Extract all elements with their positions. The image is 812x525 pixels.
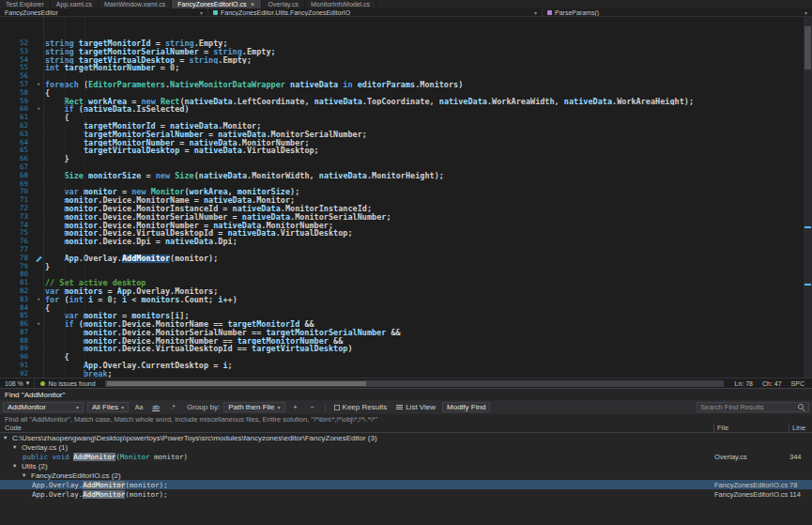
project-dropdown[interactable]: FancyZonesEditor — [0, 8, 208, 16]
match-case-button[interactable]: Aa — [132, 402, 146, 412]
code-line[interactable]: 57▾foreach (EditorParameters.NativeMonit… — [0, 81, 812, 89]
tab-fancyzoneseditorio-cs[interactable]: FancyZonesEditorIO.cs — [172, 0, 262, 8]
zoom-control[interactable]: 108 % — [0, 378, 35, 388]
find-result-group-row[interactable]: ▾Overlay.cs (1) — [0, 442, 812, 452]
find-result-group-row[interactable]: ▾C:\Users\zhaopengwang\Desktop\powertoys… — [0, 433, 812, 442]
code-line[interactable]: 56 — [0, 72, 812, 81]
keep-results-toggle[interactable]: Keep Results — [331, 402, 391, 412]
find-query-input[interactable] — [8, 403, 73, 411]
code-token: NativeMonitorDataWrapper — [170, 81, 285, 89]
tab-test-explorer[interactable]: Test Explorer — [0, 0, 51, 8]
code-token — [45, 172, 64, 180]
code-line[interactable]: 90 { — [0, 353, 812, 362]
code-token: App — [64, 255, 78, 263]
column-header-line[interactable]: Line — [789, 424, 812, 432]
collapse-all-button[interactable]: − — [306, 402, 319, 412]
code-token: = — [175, 139, 189, 147]
group-by-combo[interactable]: Path then File — [223, 402, 284, 412]
code-line[interactable]: 80 — [0, 270, 812, 279]
code-line[interactable]: 72 monitor.Device.MonitorInstanceId = na… — [0, 205, 812, 213]
expand-arrow-icon[interactable]: ▾ — [23, 471, 31, 479]
code-line[interactable]: 82var monitors = App.Overlay.Monitors; — [0, 287, 812, 296]
code-line[interactable]: 92 break; — [0, 370, 812, 378]
code-line[interactable]: 53string targetMonitorSerialNumber = str… — [0, 48, 812, 56]
expand-arrow-icon[interactable]: ▾ — [13, 462, 22, 470]
code-line[interactable]: 76 monitor.Device.Dpi = nativeData.Dpi; — [0, 238, 812, 246]
find-panel-title-bar[interactable]: Find "AddMonitor" — [0, 389, 812, 400]
code-line[interactable]: 61 { — [0, 114, 812, 122]
modify-find-button[interactable]: Modify Find — [442, 402, 490, 412]
tab-app-xaml-cs[interactable]: App.xaml.cs — [51, 0, 99, 8]
scrollbar-thumb[interactable] — [107, 381, 367, 386]
search-find-results-input[interactable] — [700, 403, 795, 411]
scope-combo[interactable]: All Files — [87, 402, 129, 412]
code-line[interactable]: 60▾ if (nativeData.IsSelected) — [0, 105, 812, 114]
code-line[interactable]: 74 monitor.Device.MonitorNumber = native… — [0, 222, 812, 230]
type-dropdown[interactable]: FancyZonesEditor.Utils.FancyZonesEditorI… — [208, 8, 543, 16]
code-line[interactable]: 67 — [0, 163, 812, 172]
expand-arrow-icon[interactable]: ▾ — [13, 443, 22, 451]
code-line[interactable]: 70 var monitor = new Monitor(workArea, m… — [0, 188, 812, 196]
code-line[interactable]: 84{ — [0, 304, 812, 313]
editor-vertical-scrollbar[interactable] — [804, 17, 812, 378]
code-line[interactable]: 55int targetMonitorNumber = 0; — [0, 64, 812, 72]
use-regex-button[interactable]: .* — [166, 402, 179, 412]
code-line[interactable]: 59 Rect workArea = new Rect(nativeData.L… — [0, 98, 812, 106]
code-token: Monitor — [151, 188, 185, 196]
code-lines[interactable]: 52string targetMonitorId = string.Empty;… — [0, 17, 812, 378]
code-line[interactable]: 86▾ if (monitor.Device.MonitorName == ta… — [0, 320, 812, 329]
code-line[interactable]: 54string targetVirtualDesktop = string.E… — [0, 56, 812, 65]
code-line[interactable]: 75 monitor.Device.VirtualDesktopId = nat… — [0, 229, 812, 238]
tab-mainwindow-xaml-cs[interactable]: MainWindow.xaml.cs — [99, 0, 172, 8]
expand-all-button[interactable]: + — [289, 402, 302, 412]
code-line[interactable]: 71 monitor.Device.MonitorName = nativeDa… — [0, 196, 812, 205]
whole-word-icon: ab — [152, 404, 160, 410]
code-line[interactable]: 81// Set active desktop — [0, 279, 812, 287]
code-token: string — [190, 56, 219, 65]
code-line[interactable]: 69 — [0, 180, 812, 189]
expand-arrow-icon[interactable]: ▾ — [4, 434, 12, 441]
scrollbar-thumb[interactable] — [804, 26, 811, 69]
code-token: = — [151, 39, 165, 48]
code-line[interactable]: 58{ — [0, 89, 812, 98]
editor-horizontal-scrollbar[interactable] — [105, 380, 724, 387]
match-whole-word-button[interactable]: ab — [149, 402, 162, 412]
find-result-group-row[interactable]: ▾FancyZonesEditorIO.cs (2) — [0, 471, 812, 480]
code-line[interactable]: 63 targetMonitorSerialNumber = nativeDat… — [0, 131, 812, 139]
code-line[interactable]: 77 — [0, 246, 812, 255]
find-query-combo[interactable] — [3, 402, 84, 412]
result-line: 344 — [789, 453, 812, 461]
find-result-row[interactable]: App.Overlay.AddMonitor(monitor);FancyZon… — [0, 489, 812, 499]
close-icon[interactable] — [249, 1, 255, 8]
code-line[interactable]: 78 App.Overlay.AddMonitor(monitor); — [0, 255, 812, 263]
code-line[interactable]: 87 monitor.Device.MonitorSerialNumber ==… — [0, 329, 812, 337]
column-header-file[interactable]: File — [714, 424, 789, 432]
find-result-row[interactable]: App.Overlay.AddMonitor(monitor);FancyZon… — [0, 480, 812, 489]
code-line[interactable]: 62 targetMonitorId = nativeData.Monitor; — [0, 122, 812, 131]
find-result-row[interactable]: public void AddMonitor(Monitor monitor)O… — [0, 452, 812, 461]
tab-monitorinfomodel-cs[interactable]: MonitorInfoModel.cs — [305, 0, 376, 8]
code-editor[interactable]: 52string targetMonitorId = string.Empty;… — [0, 17, 812, 378]
column-header-code[interactable]: Code — [0, 424, 714, 432]
code-line[interactable]: 88 monitor.Device.MonitorNumber == targe… — [0, 337, 812, 346]
code-line[interactable]: 91 App.Overlay.CurrentDesktop = i; — [0, 362, 812, 370]
code-line[interactable]: 89 monitor.Device.VirtualDesktopId == ta… — [0, 345, 812, 353]
document-health-indicator[interactable]: No issues found — [35, 378, 100, 388]
member-dropdown[interactable]: ParseParams() — [543, 8, 812, 16]
code-line[interactable]: 64 targetMonitorNumber = nativeData.Moni… — [0, 139, 812, 147]
search-find-results-box[interactable] — [697, 402, 809, 412]
code-line[interactable]: 68 Size monitorSize = new Size(nativeDat… — [0, 172, 812, 180]
code-line[interactable]: 79} — [0, 263, 812, 271]
chevron-down-icon[interactable] — [76, 404, 79, 410]
code-line[interactable]: 65 targetVirtualDesktop = nativeData.Vir… — [0, 147, 812, 155]
code-line[interactable]: 66 } — [0, 155, 812, 163]
code-line[interactable]: 73 monitor.Device.MonitorSerialNumber = … — [0, 213, 812, 222]
code-token: ; — [108, 370, 113, 378]
find-result-group-row[interactable]: ▾Utils (2) — [0, 461, 812, 471]
tab-overlay-cs[interactable]: Overlay.cs — [262, 0, 305, 8]
code-line[interactable]: 52string targetMonitorId = string.Empty; — [0, 39, 812, 48]
code-line[interactable]: 85 var monitor = monitors[i]; — [0, 312, 812, 320]
code-line[interactable]: 83▾for (int i = 0; i < monitors.Count; i… — [0, 296, 812, 304]
find-results-list[interactable]: ▾C:\Users\zhaopengwang\Desktop\powertoys… — [0, 433, 812, 525]
list-view-toggle[interactable]: List View — [393, 402, 438, 412]
